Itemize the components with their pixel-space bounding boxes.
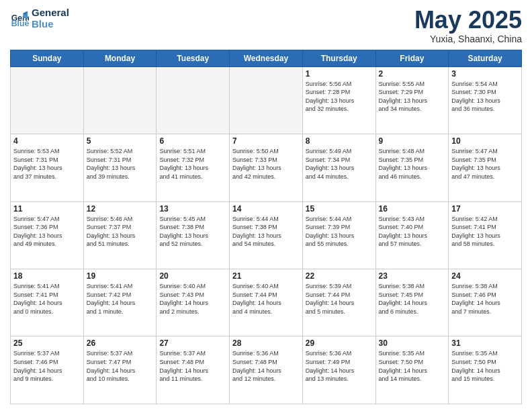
calendar-cell: 17Sunrise: 5:42 AMSunset: 7:41 PMDayligh…	[449, 201, 522, 269]
cell-content: Sunrise: 5:37 AMSunset: 7:48 PMDaylight:…	[159, 349, 226, 383]
calendar-cell: 31Sunrise: 5:35 AMSunset: 7:50 PMDayligh…	[449, 336, 522, 404]
calendar-cell: 12Sunrise: 5:46 AMSunset: 7:37 PMDayligh…	[83, 201, 157, 269]
day-number: 10	[451, 136, 519, 146]
day-number: 27	[159, 338, 226, 348]
day-number: 29	[306, 338, 373, 348]
calendar-cell: 9Sunrise: 5:48 AMSunset: 7:35 PMDaylight…	[375, 134, 449, 201]
cell-content: Sunrise: 5:46 AMSunset: 7:37 PMDaylight:…	[87, 215, 154, 248]
calendar-table: SundayMondayTuesdayWednesdayThursdayFrid…	[10, 50, 522, 404]
calendar-cell: 29Sunrise: 5:36 AMSunset: 7:49 PMDayligh…	[302, 336, 375, 404]
calendar-cell: 16Sunrise: 5:43 AMSunset: 7:40 PMDayligh…	[375, 201, 449, 269]
day-number: 18	[13, 271, 81, 281]
day-number: 20	[159, 271, 226, 281]
cell-content: Sunrise: 5:39 AMSunset: 7:44 PMDaylight:…	[306, 282, 373, 316]
cell-content: Sunrise: 5:44 AMSunset: 7:39 PMDaylight:…	[306, 215, 373, 248]
day-number: 17	[451, 204, 519, 214]
logo: General Blue General Blue	[10, 7, 69, 30]
cell-content: Sunrise: 5:37 AMSunset: 7:47 PMDaylight:…	[87, 349, 154, 383]
calendar-cell: 3Sunrise: 5:54 AMSunset: 7:30 PMDaylight…	[449, 66, 522, 134]
calendar-cell: 18Sunrise: 5:41 AMSunset: 7:41 PMDayligh…	[11, 269, 84, 336]
cell-content: Sunrise: 5:55 AMSunset: 7:29 PMDaylight:…	[379, 80, 446, 113]
weekday-header-friday: Friday	[375, 50, 449, 66]
svg-text:Blue: Blue	[11, 19, 29, 28]
day-number: 7	[232, 136, 300, 146]
day-number: 11	[13, 204, 81, 214]
calendar-cell	[11, 66, 84, 134]
cell-content: Sunrise: 5:45 AMSunset: 7:38 PMDaylight:…	[159, 215, 226, 248]
day-number: 19	[87, 271, 154, 281]
cell-content: Sunrise: 5:49 AMSunset: 7:34 PMDaylight:…	[306, 147, 373, 181]
calendar-cell: 19Sunrise: 5:41 AMSunset: 7:42 PMDayligh…	[83, 269, 157, 336]
calendar-cell: 10Sunrise: 5:47 AMSunset: 7:35 PMDayligh…	[449, 134, 522, 201]
day-number: 23	[379, 271, 446, 281]
calendar-cell: 24Sunrise: 5:38 AMSunset: 7:46 PMDayligh…	[449, 269, 522, 336]
cell-content: Sunrise: 5:44 AMSunset: 7:38 PMDaylight:…	[232, 215, 300, 248]
calendar-cell: 1Sunrise: 5:56 AMSunset: 7:28 PMDaylight…	[302, 66, 375, 134]
day-number: 6	[159, 136, 226, 146]
weekday-header-wednesday: Wednesday	[230, 50, 303, 66]
day-number: 15	[306, 204, 373, 214]
calendar-cell: 2Sunrise: 5:55 AMSunset: 7:29 PMDaylight…	[375, 66, 449, 134]
cell-content: Sunrise: 5:40 AMSunset: 7:43 PMDaylight:…	[159, 282, 226, 316]
day-number: 21	[232, 271, 300, 281]
day-number: 1	[306, 69, 373, 79]
day-number: 12	[87, 204, 154, 214]
day-number: 31	[451, 338, 519, 348]
day-number: 24	[451, 271, 519, 281]
calendar-cell: 20Sunrise: 5:40 AMSunset: 7:43 PMDayligh…	[157, 269, 230, 336]
day-number: 13	[159, 204, 226, 214]
calendar-cell: 25Sunrise: 5:37 AMSunset: 7:46 PMDayligh…	[11, 336, 84, 404]
day-number: 9	[379, 136, 446, 146]
weekday-header-tuesday: Tuesday	[157, 50, 230, 66]
calendar-cell: 14Sunrise: 5:44 AMSunset: 7:38 PMDayligh…	[230, 201, 303, 269]
cell-content: Sunrise: 5:35 AMSunset: 7:50 PMDaylight:…	[451, 349, 519, 383]
calendar-cell: 30Sunrise: 5:35 AMSunset: 7:50 PMDayligh…	[375, 336, 449, 404]
cell-content: Sunrise: 5:38 AMSunset: 7:45 PMDaylight:…	[379, 282, 446, 316]
logo-line2: Blue	[32, 18, 69, 30]
cell-content: Sunrise: 5:51 AMSunset: 7:32 PMDaylight:…	[159, 147, 226, 181]
cell-content: Sunrise: 5:41 AMSunset: 7:41 PMDaylight:…	[13, 282, 81, 316]
calendar-cell: 28Sunrise: 5:36 AMSunset: 7:48 PMDayligh…	[230, 336, 303, 404]
calendar-cell: 26Sunrise: 5:37 AMSunset: 7:47 PMDayligh…	[83, 336, 157, 404]
calendar-cell: 22Sunrise: 5:39 AMSunset: 7:44 PMDayligh…	[302, 269, 375, 336]
month-title: May 2025	[414, 7, 522, 34]
day-number: 28	[232, 338, 300, 348]
weekday-header-sunday: Sunday	[11, 50, 84, 66]
cell-content: Sunrise: 5:40 AMSunset: 7:44 PMDaylight:…	[232, 282, 300, 316]
calendar-cell: 23Sunrise: 5:38 AMSunset: 7:45 PMDayligh…	[375, 269, 449, 336]
day-number: 30	[379, 338, 446, 348]
title-block: May 2025 Yuxia, Shaanxi, China	[414, 7, 522, 44]
day-number: 25	[13, 338, 81, 348]
calendar-cell	[83, 66, 157, 134]
day-number: 2	[379, 69, 446, 79]
cell-content: Sunrise: 5:52 AMSunset: 7:31 PMDaylight:…	[87, 147, 154, 181]
cell-content: Sunrise: 5:42 AMSunset: 7:41 PMDaylight:…	[451, 215, 519, 248]
calendar-cell: 7Sunrise: 5:50 AMSunset: 7:33 PMDaylight…	[230, 134, 303, 201]
cell-content: Sunrise: 5:48 AMSunset: 7:35 PMDaylight:…	[379, 147, 446, 181]
weekday-header-saturday: Saturday	[449, 50, 522, 66]
calendar-cell: 11Sunrise: 5:47 AMSunset: 7:36 PMDayligh…	[11, 201, 84, 269]
cell-content: Sunrise: 5:41 AMSunset: 7:42 PMDaylight:…	[87, 282, 154, 316]
day-number: 5	[87, 136, 154, 146]
day-number: 22	[306, 271, 373, 281]
calendar-cell: 21Sunrise: 5:40 AMSunset: 7:44 PMDayligh…	[230, 269, 303, 336]
header: General Blue General Blue May 2025 Yuxia…	[10, 7, 522, 44]
page: General Blue General Blue May 2025 Yuxia…	[0, 0, 532, 411]
calendar-cell: 4Sunrise: 5:53 AMSunset: 7:31 PMDaylight…	[11, 134, 84, 201]
cell-content: Sunrise: 5:47 AMSunset: 7:35 PMDaylight:…	[451, 147, 519, 181]
day-number: 26	[87, 338, 154, 348]
weekday-header-thursday: Thursday	[302, 50, 375, 66]
cell-content: Sunrise: 5:53 AMSunset: 7:31 PMDaylight:…	[13, 147, 81, 181]
calendar-cell: 8Sunrise: 5:49 AMSunset: 7:34 PMDaylight…	[302, 134, 375, 201]
calendar-cell: 5Sunrise: 5:52 AMSunset: 7:31 PMDaylight…	[83, 134, 157, 201]
cell-content: Sunrise: 5:43 AMSunset: 7:40 PMDaylight:…	[379, 215, 446, 248]
cell-content: Sunrise: 5:36 AMSunset: 7:49 PMDaylight:…	[306, 349, 373, 383]
day-number: 14	[232, 204, 300, 214]
calendar-cell: 13Sunrise: 5:45 AMSunset: 7:38 PMDayligh…	[157, 201, 230, 269]
cell-content: Sunrise: 5:37 AMSunset: 7:46 PMDaylight:…	[13, 349, 81, 383]
weekday-header-monday: Monday	[83, 50, 157, 66]
day-number: 4	[13, 136, 81, 146]
cell-content: Sunrise: 5:50 AMSunset: 7:33 PMDaylight:…	[232, 147, 300, 181]
day-number: 3	[451, 69, 519, 79]
logo-icon: General Blue	[10, 9, 29, 28]
